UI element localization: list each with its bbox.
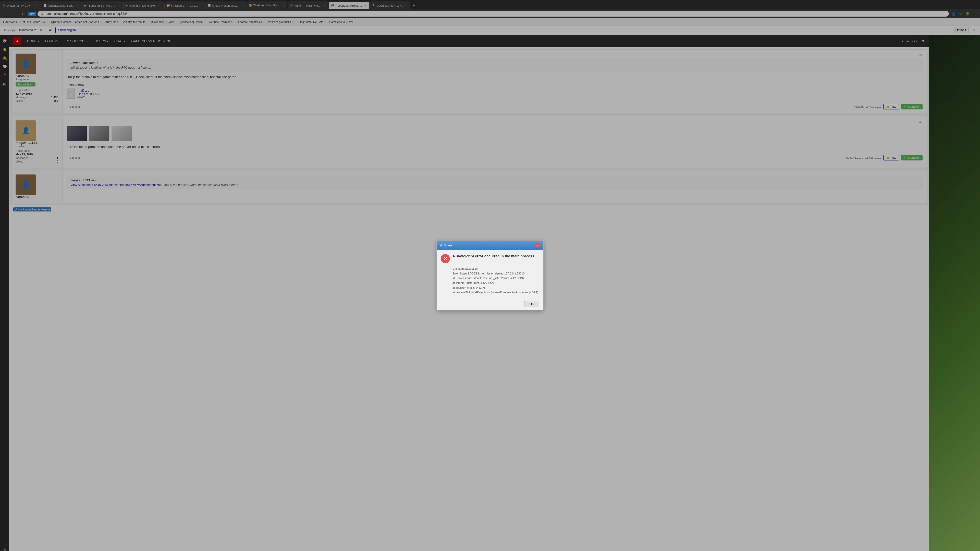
dialog-error-line-4: at doListen (net.js:1413:7)	[452, 286, 539, 290]
dialog-error-line-3: at listenInCluster (net.js:1274:12)	[452, 281, 539, 286]
dialog-close-button[interactable]: ×	[535, 243, 540, 248]
dialog-uncaught-label: Uncaught Exception:	[452, 266, 539, 271]
dialog-error-details: Uncaught Exception: Error: listen EACCES…	[452, 266, 539, 295]
dialog-main-message: A JavaScript error occurred in the main …	[452, 254, 534, 258]
dialog-overlay: ⚠ Error × ✕ A JavaScript error occurred …	[0, 0, 980, 551]
dialog-error-line-2: at Server.setupListenHandle [as _listen2…	[452, 276, 539, 281]
error-dialog: ⚠ Error × ✕ A JavaScript error occurred …	[436, 241, 544, 310]
dialog-title: ⚠ Error	[440, 243, 452, 247]
error-icon-small: ⚠	[440, 243, 443, 247]
dialog-error-icon: ✕	[441, 254, 450, 263]
dialog-header-row: ✕ A JavaScript error occurred in the mai…	[441, 254, 539, 263]
dialog-footer: OK	[437, 299, 543, 310]
dialog-ok-button[interactable]: OK	[524, 301, 539, 307]
dialog-error-line-5: at processTicksAndRejections (internal/p…	[452, 290, 539, 295]
dialog-error-line-1: Error: listen EACCES: permission denied …	[452, 271, 539, 276]
dialog-titlebar: ⚠ Error ×	[437, 241, 543, 250]
dialog-body: ✕ A JavaScript error occurred in the mai…	[437, 250, 543, 299]
